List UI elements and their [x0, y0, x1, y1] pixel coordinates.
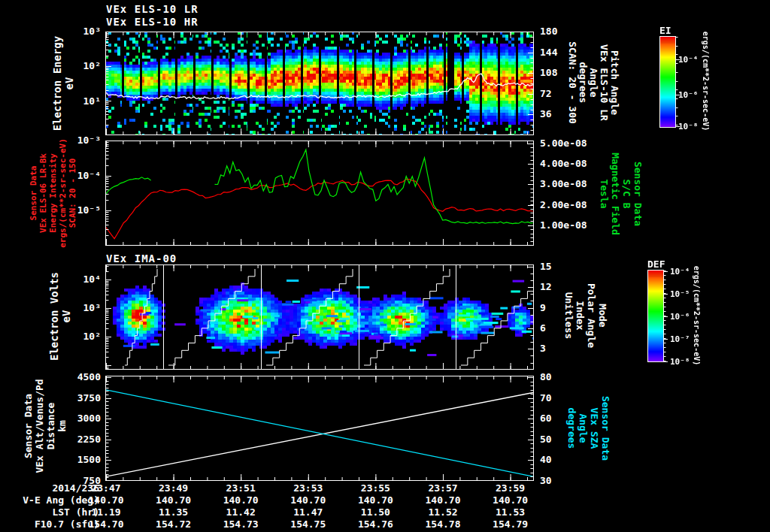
footer-f107-value: 154.72	[140, 518, 208, 530]
colorbar-ei-title: EI	[659, 25, 671, 36]
footer-column: 23:55140.7011.50154.76	[341, 482, 409, 530]
p1-y-axis-label-line: Electron Energy	[51, 36, 63, 131]
panel3-title: VEx IMA-00	[106, 252, 177, 264]
footer-column: 23:51140.7011.42154.73	[207, 482, 274, 530]
p1-y2-axis-label-line: SCAN: 20 - 300	[567, 41, 578, 124]
footer-f107-value: 154.76	[341, 518, 409, 530]
footer-veang-value: 140.70	[274, 494, 342, 506]
cb2-tick: 10⁻⁷	[670, 334, 690, 346]
footer-f107-value: 154.75	[274, 518, 342, 530]
p3-y2-axis-label: ModePolar AngleIndexUnitless	[563, 283, 608, 348]
p4-y2-tick: 60	[540, 413, 552, 424]
p4-y2-axis-label-line: Angle	[578, 396, 589, 461]
footer-column: 23:49140.7011.35154.72	[140, 482, 208, 530]
p2-y2-tick: 2.00e-08	[540, 199, 587, 210]
footer-time: 23:47	[72, 482, 140, 494]
footer-time: 23:59	[477, 482, 544, 494]
p4-y2-tick: 70	[540, 392, 552, 404]
p2-y2-tick: 1.00e-08	[540, 219, 587, 231]
p3-y2-tick: 15	[540, 261, 552, 272]
p1-y2-tick: 180	[540, 26, 557, 37]
footer-lst-value: 11.52	[409, 506, 477, 518]
footer-f107-value: 154.79	[477, 518, 544, 530]
p3-y2-axis-label-line: Index	[574, 283, 586, 348]
p3-y2-tick: 12	[540, 281, 552, 292]
cb1-unit-label-line: ergs/(cm**2-sr-sec-eV)	[702, 32, 710, 131]
p2-y-axis-label-line: SCAN: 20 - 150	[68, 138, 77, 248]
footer-lst-value: 11.53	[477, 506, 544, 518]
panel1-els-spectrogram	[105, 32, 534, 135]
p4-y-axis-label-line: VEx Alt/Venus/Pd	[34, 379, 45, 473]
p2-y-axis-label-line: ergs/(cm**2-sr-sec-eV)	[58, 138, 68, 248]
p2-y2-axis-label-line: S/C B	[621, 153, 632, 235]
p2-y-axis-label-line: Sensor Data	[29, 138, 38, 248]
p1-y2-axis-label-line: degrees	[578, 41, 588, 124]
footer-column: 23:57140.7011.52154.78	[409, 482, 477, 530]
p4-y-axis-label: Sensor DataVEx Alt/Venus/PdDistancekm	[23, 379, 68, 473]
p1-y-axis-label-line: eV	[63, 36, 75, 131]
p3-y2-axis-label-line: Mode	[597, 283, 608, 348]
p1-y-tick: 10³	[0, 26, 101, 37]
p1-y2-axis-label-line: Pitch Angle	[609, 41, 620, 124]
cb2-tick: 10⁻⁵	[670, 289, 690, 301]
cb2-tick: 10⁻⁸	[670, 357, 690, 368]
footer-lst-value: 11.50	[341, 506, 409, 518]
colorbar-ei	[659, 35, 685, 131]
cb1-unit-label: ergs/(cm**2-sr-sec-eV)	[702, 32, 710, 131]
p3-y2-tick: 3	[540, 343, 546, 354]
p2-y-axis-label: Sensor DataVEx ELS-06 LR-BkEnergy Intens…	[29, 138, 77, 248]
footer-veang-value: 140.70	[341, 494, 409, 506]
cb2-unit-label: ergs/(cm**2-sr-sec-eV)	[693, 266, 701, 365]
panel1-title-line1: VEx ELS-10 LR	[106, 3, 199, 15]
cb2-unit-label-line: ergs/(cm**2-sr-sec-eV)	[693, 266, 701, 365]
colorbar-def-title: DEF	[647, 258, 665, 270]
footer-lst-value: 11.47	[274, 506, 342, 518]
footer-lst-value: 11.35	[140, 506, 208, 518]
p4-y-axis-label-line: Sensor Data	[23, 379, 34, 473]
cb2-tick: 10⁻⁶	[670, 312, 690, 323]
p1-y2-tick: 108	[540, 67, 557, 78]
p4-y2-tick: 80	[540, 371, 552, 382]
p2-y2-axis-label: Sensor DataS/C BMagnetic FieldTesla	[599, 153, 644, 235]
p2-y-axis-label-line: VEx ELS-06 LR-Bk	[38, 138, 48, 248]
colorbar-def	[647, 268, 673, 365]
footer-time: 23:51	[207, 482, 274, 494]
p1-y2-tick: 72	[540, 88, 552, 99]
p3-y-axis-label-line: Electron Volts	[48, 272, 60, 361]
cb1-tick: 10⁻⁸	[678, 122, 699, 133]
cb1-tick: 10⁻⁶	[678, 90, 699, 101]
footer-time: 23:57	[409, 482, 477, 494]
footer-f107-value: 154.78	[409, 518, 477, 530]
p4-y2-axis-label-line: degrees	[566, 396, 578, 461]
p2-y2-axis-label-line: Magnetic Field	[610, 153, 621, 235]
p4-y-axis-label-line: km	[56, 379, 68, 473]
footer-veang-value: 140.70	[140, 494, 208, 506]
footer-column: 23:59140.7011.53154.79	[477, 482, 544, 530]
p4-y2-tick: 50	[540, 434, 552, 445]
panel1-title-line2: VEx ELS-10 HR	[106, 16, 199, 28]
footer-time: 23:49	[140, 482, 208, 494]
p4-y2-tick: 40	[540, 454, 552, 465]
p4-y-axis-label-line: Distance	[45, 379, 56, 473]
footer-time: 23:55	[341, 482, 409, 494]
panel3-ima-spectrogram	[105, 264, 534, 370]
p1-y-tick: 10²	[0, 60, 101, 71]
p1-y2-axis-label-line: VEx ELS-10 LR	[599, 41, 609, 124]
cb1-tick: 10⁻⁴	[678, 55, 699, 66]
p2-y2-axis-label-line: Sensor Data	[632, 153, 644, 235]
p2-y-axis-label-line: Energy Intensity	[48, 138, 58, 248]
p1-y2-tick: 144	[540, 47, 557, 58]
p3-y2-axis-label-line: Polar Angle	[586, 283, 597, 348]
p4-y2-axis-label-line: VEx SZA	[589, 396, 600, 461]
footer-veang-value: 140.70	[207, 494, 274, 506]
footer-veang-value: 140.70	[72, 494, 140, 506]
panel2-intensity-bfield-plot	[105, 141, 534, 246]
p3-y2-axis-label-line: Unitless	[563, 283, 574, 348]
p1-y2-tick: 36	[540, 108, 552, 119]
footer-veang-value: 140.70	[409, 494, 477, 506]
p2-y2-tick: 3.00e-08	[540, 178, 587, 189]
p3-y2-tick: 6	[540, 322, 546, 334]
footer-f107-value: 154.73	[207, 518, 274, 530]
p3-y-axis-label: Electron VoltseV	[48, 272, 72, 361]
p1-y-axis-label: Electron EnergyeV	[51, 36, 75, 131]
